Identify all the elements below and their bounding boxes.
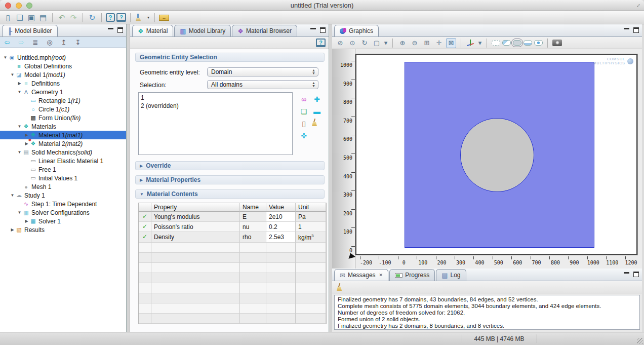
select-domains-mode-icon[interactable]: [513, 40, 521, 46]
table-empty-row[interactable]: [139, 303, 326, 314]
table-empty-row[interactable]: [139, 293, 326, 303]
expand-arrow-icon[interactable]: ▼: [10, 193, 15, 198]
table-empty-row[interactable]: [139, 243, 326, 253]
tab-material-browser[interactable]: ❖ Material Browser: [232, 25, 297, 36]
selection-list-item[interactable]: 1: [141, 94, 290, 102]
minimize-view-icon[interactable]: [108, 27, 113, 29]
tree-item-mesh-1[interactable]: ●Mesh 1: [0, 182, 126, 191]
tree-item-circle-1[interactable]: ○Circle 1 (c1): [0, 105, 126, 113]
clear-messages-icon[interactable]: [335, 283, 345, 291]
axis-orientation-icon[interactable]: [466, 39, 476, 47]
section-override[interactable]: ▶ Override: [135, 161, 325, 170]
show-objects-icon[interactable]: ⊙: [347, 38, 357, 48]
collapse-arrow-icon[interactable]: ▶: [140, 178, 143, 182]
tree-item-free-1[interactable]: ▭Free 1: [0, 165, 126, 174]
close-tab-icon[interactable]: ✕: [379, 273, 383, 278]
open-file-icon[interactable]: ❏: [15, 13, 25, 23]
minimize-view-icon[interactable]: [310, 27, 316, 29]
copy-selection-icon[interactable]: ❏: [297, 106, 310, 117]
table-empty-row[interactable]: [139, 263, 326, 273]
select-points-mode-icon[interactable]: [534, 40, 543, 46]
undo-icon[interactable]: ↶: [57, 13, 67, 23]
refresh-view-icon[interactable]: ↻: [359, 38, 370, 48]
move-down-icon[interactable]: ↧: [73, 37, 83, 47]
selection-select[interactable]: All domains ▲▼: [207, 80, 318, 89]
maximize-view-icon[interactable]: [633, 272, 639, 277]
add-to-selection-icon[interactable]: ✚: [310, 94, 324, 104]
table-row[interactable]: ✓Densityrho2.5e3kg/m3: [139, 232, 326, 243]
save-file-icon[interactable]: ▣: [26, 13, 36, 23]
tree-item-step-1-time-dependent[interactable]: ∿Step 1: Time Dependent: [0, 200, 126, 208]
tree-item-solid-mechanics[interactable]: ▼▤Solid Mechanics (solid): [0, 148, 126, 157]
expand-arrow-icon[interactable]: ▼: [17, 90, 22, 94]
tab-progress[interactable]: Progress: [389, 269, 435, 281]
domain-selection-list[interactable]: 12 (overridden): [138, 92, 293, 155]
tree-item-solver-configurations[interactable]: ▼▥Solver Configurations: [0, 208, 126, 217]
table-row[interactable]: ✓Young's modulusE2e10Pa: [139, 212, 326, 222]
settings-help-icon[interactable]: ?: [316, 39, 326, 47]
tree-item-global-definitions[interactable]: ≡Global Definitions: [0, 62, 126, 70]
axis-orientation-dropdown-icon[interactable]: ▾: [478, 38, 482, 48]
tree-item-materials[interactable]: ▼❖Materials: [0, 122, 126, 131]
zoom-in-icon[interactable]: ⊕: [397, 38, 408, 48]
zoom-fit-icon[interactable]: ⊠: [446, 38, 456, 48]
move-up-icon[interactable]: ↥: [59, 37, 69, 47]
table-empty-row[interactable]: [139, 253, 326, 263]
collapse-arrow-icon[interactable]: ▶: [10, 227, 15, 232]
model-builder-tab[interactable]: ╟ Model Builder: [2, 25, 58, 36]
geometric-entity-level-select[interactable]: Domain ▲▼: [207, 67, 318, 76]
dynamic-help-icon[interactable]: ?: [116, 13, 126, 22]
collapse-arrow-icon[interactable]: ▶: [17, 81, 22, 86]
view-options-icon[interactable]: ▢: [372, 38, 382, 48]
messages-log[interactable]: Finalized geometry has 7 domains, 43 bou…: [334, 295, 640, 330]
minimize-view-icon[interactable]: [624, 272, 629, 274]
table-empty-row[interactable]: [139, 273, 326, 283]
expand-arrow-icon[interactable]: ▼: [140, 192, 144, 197]
tree-item-form-union[interactable]: ▩Form Union (fin): [0, 113, 126, 122]
expand-arrow-icon[interactable]: ▼: [3, 55, 8, 60]
maximize-view-icon[interactable]: [117, 27, 123, 33]
expand-arrow-icon[interactable]: ▼: [17, 210, 22, 215]
zoom-to-selection-icon[interactable]: ✜: [297, 131, 310, 141]
resize-grip[interactable]: [637, 338, 643, 344]
measure-icon[interactable]: ↔: [159, 15, 169, 21]
tree-item-model-1[interactable]: ▼◪Model 1 (mod1): [0, 70, 126, 79]
table-empty-row[interactable]: [139, 283, 326, 293]
tree-item-linear-elastic-material-1[interactable]: ▭Linear Elastic Material 1: [0, 157, 126, 165]
maximize-view-icon[interactable]: [320, 27, 326, 33]
tab-model-library[interactable]: ▥ Model Library: [174, 25, 231, 36]
table-row[interactable]: ✓Poisson's rationu0.21: [139, 222, 326, 232]
clear-selection-icon[interactable]: [310, 119, 320, 126]
sync-icon[interactable]: ↻: [87, 13, 97, 23]
tree-item-solver-1[interactable]: ▶▦Solver 1: [0, 217, 126, 225]
tree-item-definitions[interactable]: ▶≡Definitions: [0, 79, 126, 88]
collapse-arrow-icon[interactable]: ▶: [24, 133, 29, 137]
select-box-mode-icon[interactable]: [492, 40, 500, 46]
tree-item-results[interactable]: ▶▧Results: [0, 225, 126, 234]
print-icon[interactable]: ▤: [38, 13, 48, 23]
select-boundaries-mode-icon[interactable]: [524, 40, 532, 46]
hide-objects-icon[interactable]: ⊘: [335, 38, 345, 48]
material-appearance-brush-icon[interactable]: [135, 14, 145, 22]
selection-list-item[interactable]: 2 (overridden): [141, 102, 290, 110]
tab-material[interactable]: ❖ Material: [132, 25, 173, 36]
back-icon[interactable]: ⇦: [2, 37, 12, 47]
new-file-icon[interactable]: ▯: [3, 13, 13, 23]
snapshot-icon[interactable]: [552, 40, 562, 46]
section-material-properties[interactable]: ▶ Material Properties: [135, 175, 325, 184]
minimize-view-icon[interactable]: [624, 27, 629, 29]
tree-item-material-2[interactable]: ▶❖✱Material 2 (mat2): [0, 139, 126, 148]
tree-item-material-1[interactable]: ▶❖Material 1 (mat1): [0, 131, 126, 139]
collapse-all-icon[interactable]: ≣: [30, 37, 41, 47]
expand-arrow-icon[interactable]: ▼: [17, 124, 22, 129]
paste-selection-icon[interactable]: ▯: [297, 119, 310, 129]
tree-item-rectangle-1[interactable]: ▭Rectangle 1 (r1): [0, 96, 126, 105]
tree-item-study-1[interactable]: ▼☁Study 1: [0, 191, 126, 200]
section-material-contents[interactable]: ▼ Material Contents: [135, 189, 325, 199]
collapse-arrow-icon[interactable]: ▶: [24, 219, 29, 223]
select-adjacent-mode-icon[interactable]: [502, 40, 511, 46]
collapse-arrow-icon[interactable]: ▶: [140, 164, 143, 168]
tab-log[interactable]: ▤ Log: [436, 269, 466, 281]
zoom-out-icon[interactable]: ⊖: [410, 38, 420, 48]
expand-arrow-icon[interactable]: ▼: [17, 150, 22, 155]
